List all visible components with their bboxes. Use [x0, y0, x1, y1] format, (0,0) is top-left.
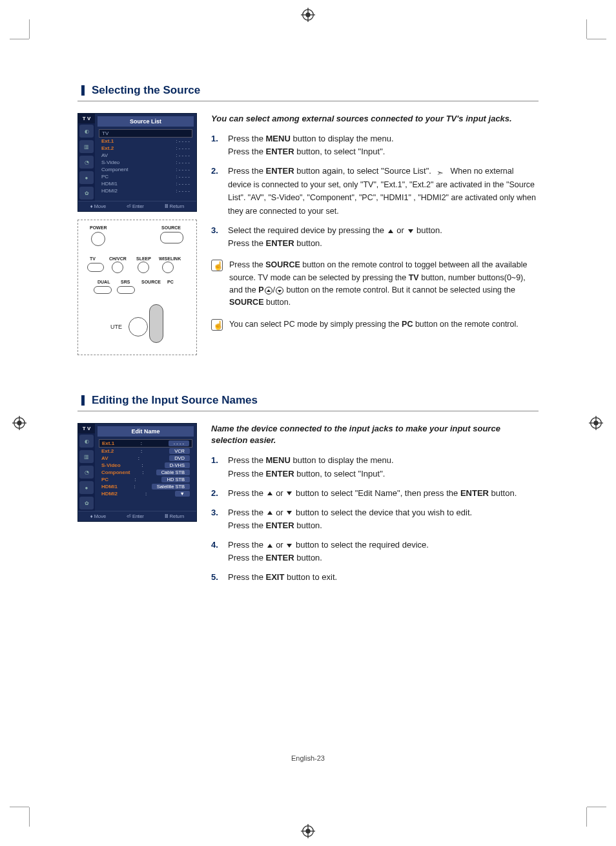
remote-sleep-button: [138, 262, 149, 273]
osd-foot-move: ♦ Move: [90, 513, 106, 519]
osd-row: AV: DVD: [99, 455, 192, 462]
osd-row: Ext.1: - - - -: [99, 138, 192, 145]
osd-row: Ext.2: VCR: [99, 448, 192, 455]
osd-source-list: T V ◐ ▥ ◔ ● ✿ Source List TVExt.1: - - -…: [77, 113, 197, 212]
step-item: Press the or button to select the device…: [211, 506, 539, 532]
remote-label-source2: SOURCE: [141, 280, 161, 284]
osd-footer: ♦ Move ⏎ Enter Ⅲ Return: [78, 511, 196, 521]
crop-mark-br: [561, 801, 587, 827]
up-arrow-icon: [388, 229, 393, 233]
osd-footer: ♦ Move ⏎ Enter Ⅲ Return: [78, 201, 196, 211]
up-arrow-icon: [267, 544, 272, 548]
tip-icon: [211, 260, 223, 271]
crop-mark-tr: [561, 19, 587, 45]
osd-row: Ext.2: - - - -: [99, 145, 192, 152]
remote-updown-button: [149, 304, 163, 343]
remote-mute-label: UTE: [110, 324, 122, 330]
osd-tab-icon: ✿: [79, 187, 94, 200]
down-arrow-icon: [287, 544, 292, 548]
osd-foot-enter: ⏎ Enter: [127, 513, 144, 519]
osd-tab-icon: ◐: [79, 125, 94, 138]
remote-wiselink-button: [162, 262, 174, 273]
osd-foot-return: Ⅲ Return: [165, 203, 185, 209]
osd-list: Ext.1: - - - -Ext.2: VCRAV: DVDS-Video: …: [95, 439, 196, 500]
osd-row: Component: Cable STB: [99, 469, 192, 476]
remote-label-chvcr: CH/VCR: [109, 256, 127, 261]
osd-row: Ext.1: - - - -: [99, 439, 192, 448]
osd-title: Edit Name: [98, 426, 194, 437]
osd-tab-icon: ●: [79, 171, 94, 184]
osd-tab-icon: ▥: [79, 450, 94, 463]
osd-foot-enter: ⏎ Enter: [127, 203, 144, 209]
step-item: Press the EXIT button to exit.: [211, 571, 539, 584]
osd-tab-tv: T V: [78, 114, 95, 123]
osd-tab-icon: ▥: [79, 140, 94, 153]
remote-label-source: SOURCE: [161, 225, 181, 230]
osd-tab-icon: ●: [79, 481, 94, 494]
registration-mark-right: [589, 416, 603, 430]
osd-row: HDMI1: Satellite STB: [99, 483, 192, 490]
step-item: Press the or button to select the requir…: [211, 539, 539, 564]
svg-point-3: [305, 12, 310, 17]
osd-tab-tv: T V: [78, 424, 95, 433]
section-title: Selecting the Source: [77, 84, 539, 101]
remote-label-pc: PC: [167, 280, 174, 284]
steps-list: Press the MENU button to display the men…: [211, 132, 539, 250]
down-arrow-icon: [287, 491, 292, 495]
crop-mark-bl: [29, 801, 55, 827]
osd-row: AV: - - - -: [99, 152, 192, 159]
osd-row: HDMI2: ▼: [99, 490, 192, 497]
crop-mark-tl: [29, 19, 55, 45]
up-arrow-icon: [267, 511, 272, 515]
remote-label-wiselink: WISELINK: [159, 256, 181, 261]
intro-text: Name the device connected to the input j…: [211, 423, 539, 446]
osd-tab-icon: ✿: [79, 497, 94, 510]
tip-icon: [211, 319, 223, 331]
osd-tab-icon: ◔: [79, 466, 94, 479]
step-item: Press the or button to select "Edit Name…: [211, 487, 539, 500]
remote-label-dual: DUAL: [98, 280, 110, 284]
section-title: Editing the Input Source Names: [77, 394, 539, 411]
tip-row: You can select PC mode by simply pressin…: [211, 318, 539, 331]
remote-dual-button: [94, 286, 112, 294]
svg-point-11: [17, 420, 21, 425]
remote-chvcr-button: [112, 262, 123, 273]
page-footer: English-23: [77, 754, 539, 762]
remote-srs-button: [117, 286, 135, 294]
osd-foot-move: ♦ Move: [90, 203, 106, 209]
osd-row: HDMI1: - - - -: [99, 180, 192, 187]
registration-mark-bottom: [301, 824, 315, 838]
remote-source-button: [160, 232, 183, 243]
osd-foot-return: Ⅲ Return: [165, 513, 185, 519]
osd-row: S-Video: D-VHS: [99, 462, 192, 469]
down-arrow-icon: [287, 511, 292, 515]
remote-label-srs: SRS: [121, 280, 130, 284]
steps-list: Press the MENU button to display the men…: [211, 454, 539, 584]
p-up-icon: [265, 287, 272, 294]
up-arrow-icon: [267, 491, 272, 495]
step-item: Press the ENTER button again, to select …: [211, 165, 539, 218]
step-item: Press the MENU button to display the men…: [211, 454, 539, 480]
remote-label-power: POWER: [90, 225, 107, 230]
osd-row: PC: - - - -: [99, 173, 192, 180]
intro-text: You can select among external sources co…: [211, 113, 539, 125]
osd-row: Component: - - - -: [99, 166, 192, 173]
step-item: Press the MENU button to display the men…: [211, 132, 539, 158]
p-down-icon: [276, 287, 283, 294]
svg-point-7: [305, 829, 310, 833]
remote-power-button: [91, 232, 105, 246]
osd-row: TV: [99, 129, 192, 138]
remote-control-figure: POWER SOURCE TV CH/VCR SLEEP WISELINK DU…: [77, 220, 197, 355]
registration-mark-left: [12, 416, 26, 430]
section-selecting-source: Selecting the Source T V ◐ ▥ ◔ ● ✿: [77, 84, 539, 355]
svg-point-15: [593, 420, 598, 425]
section-editing-names: Editing the Input Source Names T V ◐ ▥ ◔…: [77, 394, 539, 591]
remote-label-tv: TV: [90, 256, 96, 261]
down-arrow-icon: [408, 229, 413, 233]
osd-list: TVExt.1: - - - -Ext.2: - - - -AV: - - - …: [95, 129, 196, 197]
osd-title: Source List: [98, 116, 194, 127]
remote-tv-button: [87, 263, 104, 272]
osd-row: PC: HD STB: [99, 476, 192, 483]
remote-ok-button: [128, 317, 148, 336]
osd-edit-name: T V ◐ ▥ ◔ ● ✿ Edit Name Ext.1: - - - -Ex…: [77, 423, 197, 522]
